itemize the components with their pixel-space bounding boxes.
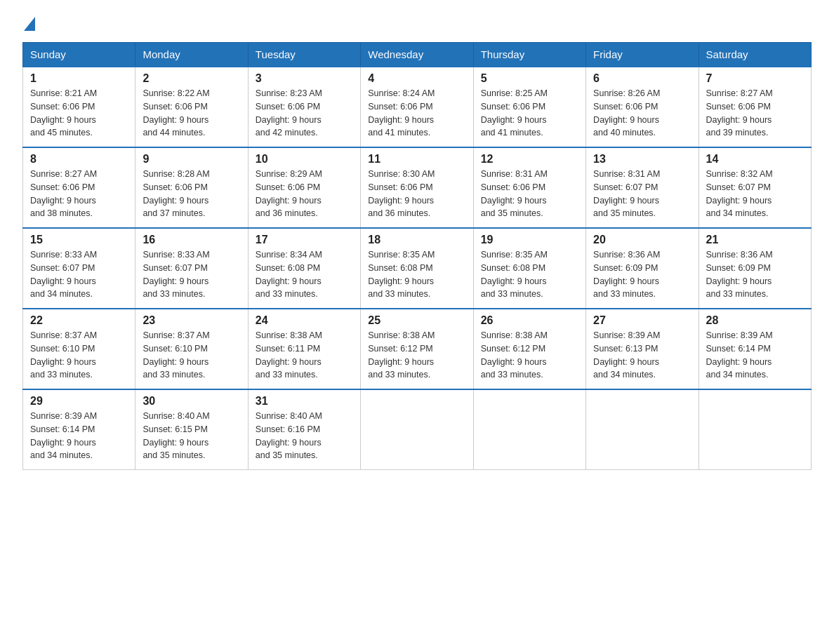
weekday-header-sunday: Sunday — [23, 43, 135, 67]
calendar-cell: 21Sunrise: 8:36 AMSunset: 6:09 PMDayligh… — [699, 228, 811, 309]
weekday-header-wednesday: Wednesday — [361, 43, 473, 67]
day-number: 7 — [706, 72, 804, 85]
day-number: 2 — [143, 72, 240, 85]
day-info: Sunrise: 8:38 AMSunset: 6:11 PMDaylight:… — [256, 330, 322, 380]
day-info: Sunrise: 8:39 AMSunset: 6:13 PMDaylight:… — [593, 330, 660, 380]
day-info: Sunrise: 8:33 AMSunset: 6:07 PMDaylight:… — [143, 250, 209, 299]
day-info: Sunrise: 8:38 AMSunset: 6:12 PMDaylight:… — [368, 330, 435, 380]
day-number: 24 — [256, 314, 353, 327]
day-number: 15 — [30, 234, 128, 246]
calendar-cell: 20Sunrise: 8:36 AMSunset: 6:09 PMDayligh… — [586, 228, 699, 309]
calendar-cell — [473, 389, 585, 470]
day-info: Sunrise: 8:29 AMSunset: 6:06 PMDaylight:… — [256, 169, 322, 218]
day-info: Sunrise: 8:23 AMSunset: 6:06 PMDaylight:… — [256, 88, 322, 137]
week-row-5: 29Sunrise: 8:39 AMSunset: 6:14 PMDayligh… — [23, 389, 812, 470]
calendar-cell: 11Sunrise: 8:30 AMSunset: 6:06 PMDayligh… — [361, 147, 473, 228]
day-number: 27 — [593, 314, 691, 327]
calendar-cell: 14Sunrise: 8:32 AMSunset: 6:07 PMDayligh… — [699, 147, 811, 228]
day-number: 23 — [143, 314, 240, 327]
day-number: 16 — [143, 234, 240, 246]
day-info: Sunrise: 8:36 AMSunset: 6:09 PMDaylight:… — [593, 250, 660, 299]
weekday-header-row: SundayMondayTuesdayWednesdayThursdayFrid… — [23, 43, 812, 67]
day-info: Sunrise: 8:35 AMSunset: 6:08 PMDaylight:… — [481, 250, 548, 299]
day-info: Sunrise: 8:25 AMSunset: 6:06 PMDaylight:… — [481, 88, 548, 137]
weekday-header-friday: Friday — [586, 43, 699, 67]
calendar-cell: 22Sunrise: 8:37 AMSunset: 6:10 PMDayligh… — [23, 309, 135, 389]
day-number: 30 — [143, 395, 240, 408]
day-number: 9 — [143, 153, 240, 166]
calendar-cell — [586, 389, 699, 470]
day-info: Sunrise: 8:31 AMSunset: 6:07 PMDaylight:… — [593, 169, 660, 218]
calendar-cell: 9Sunrise: 8:28 AMSunset: 6:06 PMDaylight… — [135, 147, 248, 228]
calendar-cell: 26Sunrise: 8:38 AMSunset: 6:12 PMDayligh… — [473, 309, 585, 389]
calendar-cell: 25Sunrise: 8:38 AMSunset: 6:12 PMDayligh… — [361, 309, 473, 389]
calendar-cell: 31Sunrise: 8:40 AMSunset: 6:16 PMDayligh… — [248, 389, 360, 470]
day-number: 11 — [368, 153, 465, 166]
day-number: 4 — [368, 72, 465, 85]
day-info: Sunrise: 8:22 AMSunset: 6:06 PMDaylight:… — [143, 88, 209, 137]
day-info: Sunrise: 8:37 AMSunset: 6:10 PMDaylight:… — [143, 330, 209, 380]
day-number: 1 — [30, 72, 128, 85]
day-info: Sunrise: 8:39 AMSunset: 6:14 PMDaylight:… — [30, 411, 97, 460]
weekday-header-tuesday: Tuesday — [248, 43, 360, 67]
calendar-cell: 12Sunrise: 8:31 AMSunset: 6:06 PMDayligh… — [473, 147, 585, 228]
calendar-cell: 28Sunrise: 8:39 AMSunset: 6:14 PMDayligh… — [699, 309, 811, 389]
day-number: 20 — [593, 234, 691, 246]
day-number: 31 — [256, 395, 353, 408]
calendar-cell: 15Sunrise: 8:33 AMSunset: 6:07 PMDayligh… — [23, 228, 135, 309]
day-info: Sunrise: 8:24 AMSunset: 6:06 PMDaylight:… — [368, 88, 435, 137]
day-info: Sunrise: 8:34 AMSunset: 6:08 PMDaylight:… — [256, 250, 322, 299]
day-info: Sunrise: 8:28 AMSunset: 6:06 PMDaylight:… — [143, 169, 209, 218]
calendar-cell: 1Sunrise: 8:21 AMSunset: 6:06 PMDaylight… — [23, 67, 135, 147]
logo-arrow-icon — [24, 17, 35, 31]
calendar-cell: 17Sunrise: 8:34 AMSunset: 6:08 PMDayligh… — [248, 228, 360, 309]
logo — [22, 17, 35, 29]
day-info: Sunrise: 8:30 AMSunset: 6:06 PMDaylight:… — [368, 169, 435, 218]
day-info: Sunrise: 8:40 AMSunset: 6:16 PMDaylight:… — [256, 411, 322, 460]
day-number: 22 — [30, 314, 128, 327]
week-row-4: 22Sunrise: 8:37 AMSunset: 6:10 PMDayligh… — [23, 309, 812, 389]
day-info: Sunrise: 8:27 AMSunset: 6:06 PMDaylight:… — [30, 169, 97, 218]
day-info: Sunrise: 8:21 AMSunset: 6:06 PMDaylight:… — [30, 88, 97, 137]
day-number: 10 — [256, 153, 353, 166]
calendar-cell: 3Sunrise: 8:23 AMSunset: 6:06 PMDaylight… — [248, 67, 360, 147]
calendar-cell: 16Sunrise: 8:33 AMSunset: 6:07 PMDayligh… — [135, 228, 248, 309]
calendar-cell: 24Sunrise: 8:38 AMSunset: 6:11 PMDayligh… — [248, 309, 360, 389]
day-number: 8 — [30, 153, 128, 166]
day-number: 14 — [706, 153, 804, 166]
calendar-cell: 7Sunrise: 8:27 AMSunset: 6:06 PMDaylight… — [699, 67, 811, 147]
day-number: 5 — [481, 72, 578, 85]
calendar-cell: 18Sunrise: 8:35 AMSunset: 6:08 PMDayligh… — [361, 228, 473, 309]
day-number: 28 — [706, 314, 804, 327]
calendar-cell: 19Sunrise: 8:35 AMSunset: 6:08 PMDayligh… — [473, 228, 585, 309]
day-number: 12 — [481, 153, 578, 166]
day-number: 26 — [481, 314, 578, 327]
day-info: Sunrise: 8:38 AMSunset: 6:12 PMDaylight:… — [481, 330, 548, 380]
calendar-cell: 30Sunrise: 8:40 AMSunset: 6:15 PMDayligh… — [135, 389, 248, 470]
calendar-table: SundayMondayTuesdayWednesdayThursdayFrid… — [22, 42, 812, 470]
day-info: Sunrise: 8:31 AMSunset: 6:06 PMDaylight:… — [481, 169, 548, 218]
day-info: Sunrise: 8:40 AMSunset: 6:15 PMDaylight:… — [143, 411, 209, 460]
day-number: 17 — [256, 234, 353, 246]
day-number: 18 — [368, 234, 465, 246]
day-number: 13 — [593, 153, 691, 166]
weekday-header-monday: Monday — [135, 43, 248, 67]
day-info: Sunrise: 8:33 AMSunset: 6:07 PMDaylight:… — [30, 250, 97, 299]
calendar-cell: 2Sunrise: 8:22 AMSunset: 6:06 PMDaylight… — [135, 67, 248, 147]
calendar-cell: 4Sunrise: 8:24 AMSunset: 6:06 PMDaylight… — [361, 67, 473, 147]
week-row-1: 1Sunrise: 8:21 AMSunset: 6:06 PMDaylight… — [23, 67, 812, 147]
day-number: 21 — [706, 234, 804, 246]
day-info: Sunrise: 8:36 AMSunset: 6:09 PMDaylight:… — [706, 250, 773, 299]
calendar-cell: 23Sunrise: 8:37 AMSunset: 6:10 PMDayligh… — [135, 309, 248, 389]
day-number: 19 — [481, 234, 578, 246]
day-info: Sunrise: 8:35 AMSunset: 6:08 PMDaylight:… — [368, 250, 435, 299]
week-row-3: 15Sunrise: 8:33 AMSunset: 6:07 PMDayligh… — [23, 228, 812, 309]
day-number: 29 — [30, 395, 128, 408]
day-info: Sunrise: 8:27 AMSunset: 6:06 PMDaylight:… — [706, 88, 773, 137]
day-number: 3 — [256, 72, 353, 85]
calendar-cell — [699, 389, 811, 470]
calendar-cell: 27Sunrise: 8:39 AMSunset: 6:13 PMDayligh… — [586, 309, 699, 389]
calendar-cell: 10Sunrise: 8:29 AMSunset: 6:06 PMDayligh… — [248, 147, 360, 228]
weekday-header-thursday: Thursday — [473, 43, 585, 67]
day-info: Sunrise: 8:32 AMSunset: 6:07 PMDaylight:… — [706, 169, 773, 218]
